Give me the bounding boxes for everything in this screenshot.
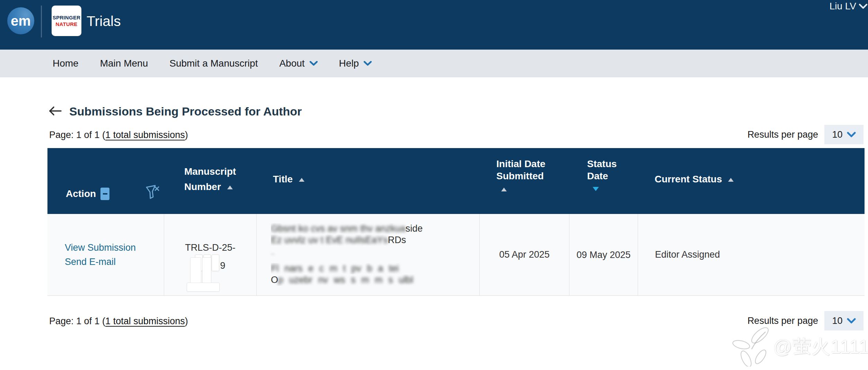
- title-line-5: Op uzebr nv ws s m m s ulbl: [271, 274, 472, 286]
- pagination-suffix: ): [185, 130, 188, 140]
- header-divider: [41, 6, 42, 37]
- sort-desc-active-icon: [593, 187, 599, 191]
- header-line: Manuscript: [184, 164, 236, 179]
- results-per-page-label: Results per page: [747, 129, 818, 140]
- total-submissions-link[interactable]: 1 total submissions: [105, 316, 185, 326]
- nav-item-about[interactable]: About: [279, 58, 317, 69]
- nav-label: Main Menu: [100, 58, 148, 69]
- back-arrow-icon[interactable]: [48, 106, 62, 116]
- nav-label: About: [279, 58, 304, 69]
- header-line: Initial Date: [496, 158, 546, 170]
- brand-line-1: SPRINGER: [53, 14, 81, 21]
- cell-current-status: Editor Assigned: [638, 214, 865, 295]
- status-date-value: 09 May 2025: [576, 249, 630, 261]
- title-line-1: Gbsnt ko cvs av snm thv anzkuaside: [271, 223, 472, 234]
- sort-asc-icon: [227, 186, 233, 189]
- nav-item-main-menu[interactable]: Main Menu: [100, 58, 148, 69]
- column-header-current-status[interactable]: Current Status: [655, 174, 734, 185]
- results-per-page-select[interactable]: 10: [824, 125, 863, 144]
- brand-line-2: NATURE: [55, 21, 77, 27]
- app-header: em SPRINGER NATURE Trials Liu LV: [0, 0, 868, 50]
- initial-date-value: 05 Apr 2025: [499, 249, 550, 260]
- em-logo-text: em: [11, 13, 31, 29]
- user-menu[interactable]: Liu LV: [830, 1, 867, 12]
- nav-label: Help: [339, 58, 359, 69]
- column-header-manuscript-number[interactable]: Manuscript Number: [184, 164, 236, 195]
- user-name: Liu LV: [830, 1, 856, 12]
- cell-initial-date-submitted: 05 Apr 2025: [479, 214, 569, 295]
- pagination-suffix: ): [185, 316, 188, 326]
- table-row: View Submission Send E-mail TRLS-D-25- 9…: [47, 214, 865, 296]
- pagination-prefix: Page: 1 of 1 (: [49, 316, 105, 326]
- column-header-initial-date-submitted[interactable]: Initial Date Submitted: [496, 158, 546, 194]
- pagination-summary-bottom: Page: 1 of 1 (1 total submissions): [49, 316, 188, 327]
- chevron-down-icon: [364, 61, 372, 66]
- current-status-value: Editor Assigned: [655, 249, 720, 260]
- page-title: Submissions Being Processed for Author: [69, 105, 302, 118]
- title-line-2: Ez uvvlz uv t EvE nuIlsEaYsRDs: [271, 234, 472, 246]
- sort-asc-icon: [728, 178, 734, 182]
- nav-label: Submit a Manuscript: [169, 58, 258, 69]
- clear-filter-icon[interactable]: [145, 184, 160, 200]
- submissions-table: Action Manuscript Number Title Initial D…: [47, 148, 865, 296]
- column-header-action: Action: [66, 188, 109, 200]
- springer-nature-logo[interactable]: SPRINGER NATURE: [52, 6, 81, 36]
- cell-action: View Submission Send E-mail: [47, 214, 164, 295]
- header-line: Status: [587, 158, 617, 170]
- main-navigation: Home Main Menu Submit a Manuscript About…: [0, 50, 868, 77]
- sort-asc-icon: [299, 178, 304, 182]
- redaction-box: [187, 283, 220, 292]
- editorial-manager-logo[interactable]: em: [7, 7, 34, 34]
- sort-asc-icon: [501, 188, 507, 191]
- header-line: Submitted: [496, 170, 546, 182]
- nav-item-help[interactable]: Help: [339, 58, 372, 69]
- header-line: Number: [184, 179, 236, 195]
- manuscript-number-digit: 9: [220, 260, 225, 271]
- chevron-down-icon: [859, 4, 867, 9]
- nav-item-submit-manuscript[interactable]: Submit a Manuscript: [169, 58, 258, 69]
- send-email-link[interactable]: Send E-mail: [65, 257, 164, 267]
- header-line: Date: [587, 170, 617, 182]
- collapse-column-icon[interactable]: [100, 188, 109, 200]
- results-per-page-label: Results per page: [747, 316, 818, 326]
- header-line: Current Status: [655, 174, 722, 184]
- column-header-title[interactable]: Title: [273, 174, 304, 185]
- results-per-page-value: 10: [832, 129, 842, 140]
- watermark-text: @萤火1111: [773, 334, 868, 360]
- journal-title: Trials: [87, 13, 121, 29]
- results-per-page-value: 10: [832, 316, 842, 326]
- title-line-4: Fl nars e c m t pv b a tei: [271, 263, 472, 274]
- pagination-prefix: Page: 1 of 1 (: [49, 130, 105, 140]
- cell-manuscript-number: TRLS-D-25- 9: [164, 214, 256, 295]
- table-header-row: Action Manuscript Number Title Initial D…: [47, 148, 865, 214]
- chevron-down-icon: [847, 318, 856, 324]
- watermark: @萤火1111: [732, 326, 868, 368]
- editorial-manager-page: em SPRINGER NATURE Trials Liu LV Home Ma…: [0, 0, 868, 370]
- title-line-3: ..: [271, 247, 472, 257]
- pagination-summary-top: Page: 1 of 1 (1 total submissions): [49, 130, 188, 140]
- view-submission-link[interactable]: View Submission: [65, 242, 164, 253]
- nav-label: Home: [53, 58, 79, 69]
- chevron-down-icon: [847, 132, 856, 137]
- chevron-down-icon: [310, 61, 318, 66]
- leaf-flower-icon: [732, 326, 773, 368]
- cell-title: Gbsnt ko cvs av snm thv anzkuaside Ez uv…: [256, 214, 479, 295]
- header-line: Title: [273, 174, 293, 184]
- cell-status-date: 09 May 2025: [569, 214, 638, 295]
- nav-item-home[interactable]: Home: [53, 58, 79, 69]
- results-per-page-top: Results per page 10: [747, 125, 863, 144]
- column-header-status-date[interactable]: Status Date: [587, 158, 617, 191]
- manuscript-number-line1: TRLS-D-25-: [185, 242, 236, 253]
- action-header-label: Action: [66, 188, 96, 199]
- redaction-box: [212, 255, 219, 271]
- total-submissions-link[interactable]: 1 total submissions: [105, 130, 185, 140]
